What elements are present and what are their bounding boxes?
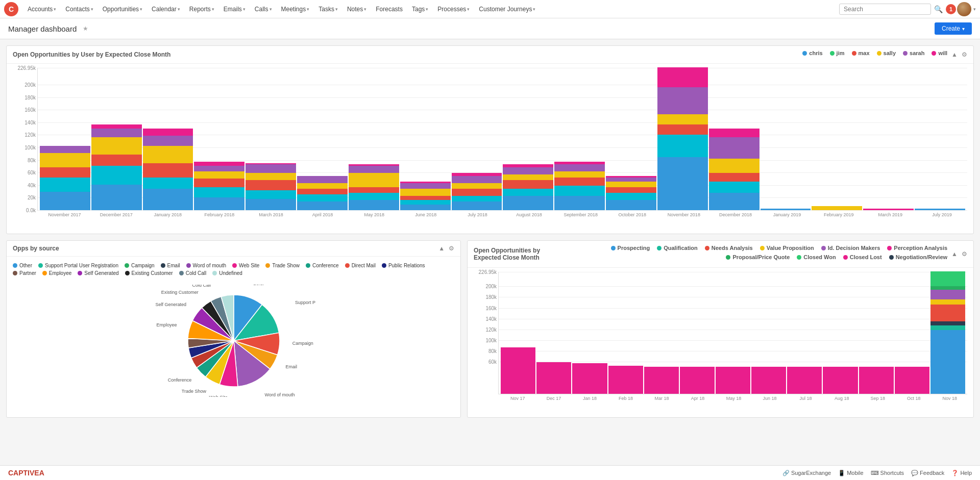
bar-segment (554, 186, 605, 196)
nav-reports[interactable]: Reports ▾ (185, 3, 218, 16)
top-chart-bars (38, 68, 967, 210)
right-legend-dot (760, 246, 765, 250)
right-bar-group (536, 362, 571, 394)
right-legend-item: Perception Analysis (887, 245, 947, 251)
right-chart-legend: ProspectingQualificationNeeds AnalysisVa… (566, 245, 947, 260)
bar-segment (194, 171, 244, 179)
bar-segment (246, 190, 296, 199)
legend-item-sarah: sarah (903, 50, 924, 56)
bar-segment (297, 194, 348, 201)
right-bar-group (751, 367, 786, 394)
bar-segment (297, 201, 348, 210)
right-chart-settings-button[interactable]: ⚙ (962, 250, 967, 258)
pie-chart-collapse-button[interactable]: ▲ (438, 245, 445, 252)
right-chart-collapse-button[interactable]: ▲ (951, 250, 958, 258)
nav-tasks[interactable]: Tasks ▾ (314, 3, 342, 16)
pie-legend-label: Self Generated (84, 270, 118, 276)
right-bar-segment (644, 367, 679, 394)
pie-legend-item: Support Portal User Registration (38, 263, 118, 268)
app-logo[interactable]: C (4, 2, 18, 16)
bar-group (812, 206, 862, 210)
pie-legend-label: Email (167, 263, 180, 268)
bar-segment (349, 173, 399, 187)
create-button[interactable]: Create ▾ (935, 22, 972, 35)
bar-segment (143, 146, 193, 163)
nav-customer-journeys[interactable]: Customer Journeys ▾ (475, 3, 540, 16)
pie-legend-label: Trade Show (272, 263, 300, 268)
bar-segment (246, 180, 296, 190)
top-chart-inner: 226.95k200k180k160k140k120k100k80k60k40k… (37, 68, 967, 211)
pie-label: Email (285, 364, 297, 369)
nav-contacts[interactable]: Contacts ▾ (61, 3, 97, 16)
nav-calendar[interactable]: Calendar ▾ (148, 3, 184, 16)
pie-legend-dot (306, 263, 310, 268)
bar-segment (297, 183, 348, 189)
pie-legend-dot (13, 271, 17, 275)
pie-legend-item: Web Site (232, 263, 259, 268)
pie-legend-dot (212, 271, 217, 275)
search-input[interactable] (839, 4, 931, 15)
pie-legend-label: Public Relations (388, 263, 425, 268)
top-chart-collapse-button[interactable]: ▲ (951, 51, 958, 58)
pie-legend-dot (38, 263, 43, 268)
pie-legend-item: Conference (306, 263, 339, 268)
legend-label: max (859, 50, 870, 56)
bar-group (915, 209, 965, 210)
notification-badge[interactable]: 1 (946, 4, 956, 14)
y-axis-label: 200k (24, 82, 38, 88)
bar-segment (657, 135, 708, 158)
bar-segment (606, 200, 656, 210)
nav-forecasts[interactable]: Forecasts (372, 3, 407, 16)
top-chart-settings-button[interactable]: ⚙ (962, 51, 967, 58)
pie-chart-settings-button[interactable]: ⚙ (449, 245, 454, 252)
opportunities-arrow: ▾ (140, 7, 142, 12)
right-bar-segment (930, 299, 965, 305)
right-legend-dot (843, 255, 848, 260)
right-bar-segment (680, 367, 715, 394)
favorite-star-icon[interactable]: ★ (83, 25, 88, 32)
nav-calls[interactable]: Calls ▾ (251, 3, 276, 16)
legend-label: chris (809, 50, 822, 56)
right-bar-segment (859, 367, 894, 394)
bar-segment (194, 187, 244, 197)
accounts-arrow: ▾ (54, 7, 56, 12)
nav-meetings[interactable]: Meetings ▾ (277, 3, 314, 16)
nav-emails[interactable]: Emails ▾ (219, 3, 250, 16)
pie-legend-label: Cold Call (186, 270, 207, 276)
avatar-arrow[interactable]: ▾ (973, 7, 976, 12)
x-axis-label: September 2018 (555, 212, 606, 217)
nav-processes[interactable]: Processes ▾ (433, 3, 474, 16)
create-arrow-icon: ▾ (962, 26, 965, 32)
right-bar-group (716, 367, 750, 394)
right-bar-segment (930, 286, 965, 290)
pie-label: Self Generated (155, 302, 186, 307)
bar-segment (143, 129, 193, 136)
pie-legend-item: Email (161, 263, 180, 268)
bar-segment (40, 146, 90, 153)
y-axis-label: 226.95k (17, 65, 38, 71)
bar-segment (143, 163, 193, 178)
nav-tags[interactable]: Tags ▾ (408, 3, 432, 16)
bar-segment (657, 157, 708, 210)
x-axis-label: July 2019 (917, 212, 967, 217)
bar-group (246, 163, 296, 210)
bar-group (349, 164, 399, 210)
right-bar-segment (787, 367, 822, 394)
pie-legend-item: Cold Call (179, 270, 207, 276)
legend-dot (852, 51, 856, 56)
y-axis-label: 120k (24, 132, 38, 138)
right-x-label: Sep 18 (860, 396, 895, 401)
right-bar-segment (930, 325, 965, 331)
top-chart-controls: chrisjimmaxsallysarahwill ▲ ⚙ (802, 50, 967, 59)
pie-chart-panel: Opps by source ▲ ⚙ OtherSupport Portal U… (6, 240, 461, 418)
nav-opportunities[interactable]: Opportunities ▾ (99, 3, 146, 16)
top-chart-title: Open Opportunities by User by Expected C… (13, 51, 170, 58)
top-chart-header: Open Opportunities by User by Expected C… (7, 46, 973, 64)
nav-accounts[interactable]: Accounts ▾ (23, 3, 60, 16)
x-axis-label: February 2018 (194, 212, 244, 217)
pie-legend-item: Other (13, 263, 32, 268)
legend-dot (830, 51, 835, 56)
avatar[interactable] (957, 2, 971, 16)
search-button[interactable]: 🔍 (932, 3, 945, 15)
nav-notes[interactable]: Notes ▾ (343, 3, 371, 16)
